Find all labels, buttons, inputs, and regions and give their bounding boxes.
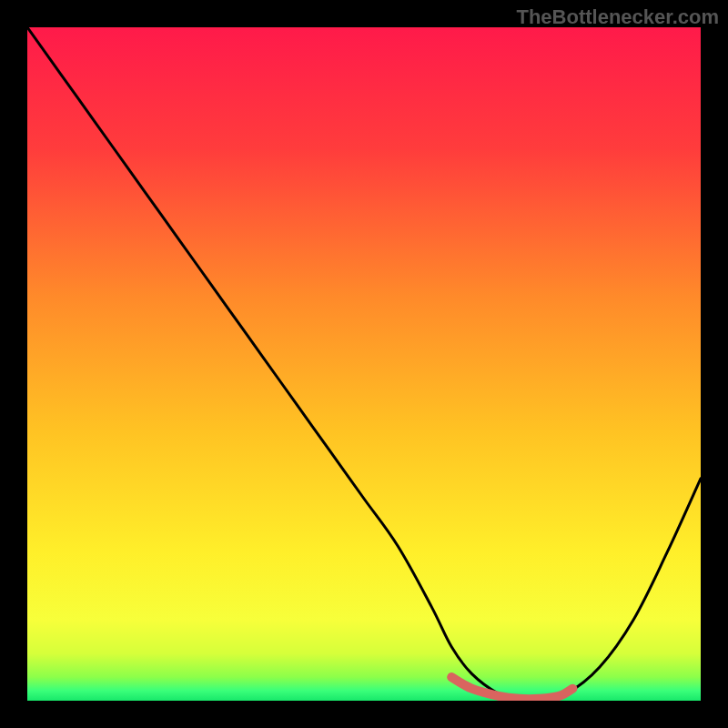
optimal-zone-marker [451,677,572,699]
attribution-text: TheBottlenecker.com [516,5,719,29]
bottleneck-curve [27,27,701,701]
chart-container: TheBottlenecker.com [0,0,728,728]
plot-area [27,27,701,701]
curve-layer [27,27,701,701]
